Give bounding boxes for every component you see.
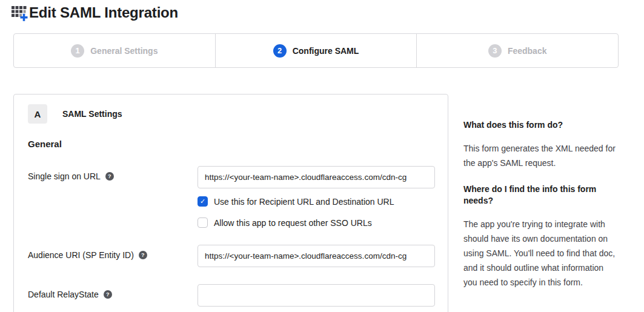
audience-uri-label: Audience URI (SP Entity ID)	[28, 250, 134, 260]
section-header: A SAML Settings	[28, 104, 434, 124]
aside-answer-1: This form generates the XML needed for t…	[463, 141, 616, 170]
other-sso-urls-checkbox-row: Allow this app to request other SSO URLs	[198, 217, 435, 228]
help-icon[interactable]: ?	[104, 290, 112, 299]
recipient-url-checkbox[interactable]: ✓	[198, 196, 208, 207]
audience-uri-input[interactable]	[198, 245, 435, 267]
other-sso-urls-checkbox[interactable]	[198, 217, 208, 228]
group-title-general: General	[28, 139, 434, 149]
field-label-col: Single sign on URL ?	[28, 166, 198, 181]
default-relaystate-input[interactable]	[198, 284, 435, 307]
edit-saml-integration-page: Edit SAML Integration 1 General Settings…	[0, 0, 644, 312]
field-audience-uri: Audience URI (SP Entity ID) ?	[28, 245, 434, 267]
help-aside-panel: What does this form do? This form genera…	[463, 119, 616, 303]
step-label: Feedback	[508, 46, 547, 56]
aside-answer-2: The app you're trying to integrate with …	[463, 217, 616, 290]
field-control-col	[198, 245, 435, 267]
step-number-badge: 1	[71, 44, 84, 58]
field-single-sign-on-url: Single sign on URL ? ✓ Use this for Reci…	[28, 166, 434, 228]
recipient-url-checkbox-row: ✓ Use this for Recipient URL and Destina…	[198, 196, 435, 207]
page-header: Edit SAML Integration	[11, 4, 178, 22]
aside-question-2: Where do I find the info this form needs…	[463, 184, 616, 207]
step-label: General Settings	[90, 46, 158, 56]
step-number-badge: 3	[488, 44, 502, 58]
step-label: Configure SAML	[293, 46, 359, 56]
step-number-badge: 2	[273, 44, 287, 58]
field-control-col: ✓ Use this for Recipient URL and Destina…	[198, 166, 435, 228]
app-grid-plus-icon	[11, 4, 28, 22]
field-label-col: Default RelayState ?	[28, 284, 198, 299]
step-feedback[interactable]: 3 Feedback	[416, 34, 618, 67]
step-configure-saml[interactable]: 2 Configure SAML	[215, 34, 417, 67]
single-sign-on-url-label: Single sign on URL	[28, 171, 101, 181]
help-icon[interactable]: ?	[139, 251, 147, 259]
saml-settings-card: A SAML Settings General Single sign on U…	[13, 94, 448, 312]
section-badge-a: A	[28, 104, 47, 124]
default-relaystate-label: Default RelayState	[28, 290, 99, 299]
field-label-col: Audience URI (SP Entity ID) ?	[28, 245, 198, 260]
help-icon[interactable]: ?	[105, 172, 114, 181]
section-title: SAML Settings	[62, 109, 122, 119]
single-sign-on-url-input[interactable]	[198, 166, 435, 188]
recipient-url-checkbox-label: Use this for Recipient URL and Destinati…	[214, 197, 394, 207]
step-general-settings[interactable]: 1 General Settings	[14, 34, 215, 67]
wizard-stepper: 1 General Settings 2 Configure SAML 3 Fe…	[13, 33, 619, 68]
field-default-relaystate: Default RelayState ? If no value is set,…	[28, 284, 434, 312]
page-title: Edit SAML Integration	[29, 4, 178, 21]
field-control-col: If no value is set, a blank RelayState i…	[198, 284, 435, 312]
other-sso-urls-checkbox-label: Allow this app to request other SSO URLs	[214, 218, 372, 228]
aside-question-1: What does this form do?	[463, 119, 616, 131]
